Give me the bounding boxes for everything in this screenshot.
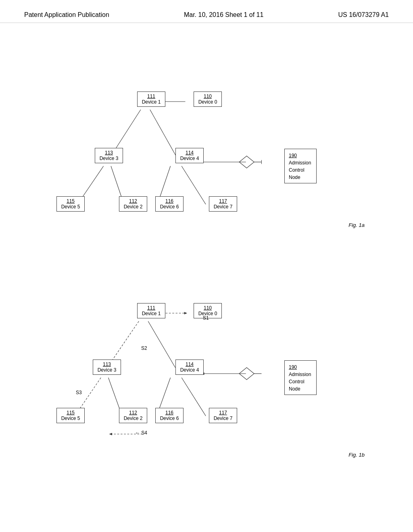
node-112-1b: 112 Device 2	[119, 408, 147, 423]
node-117-1a: 117 Device 7	[209, 196, 237, 212]
node-113-1a: 113 Device 3	[95, 148, 123, 163]
svg-line-6	[181, 166, 206, 204]
fig1a-section: 111 Device 1 110 Device 0 113 Device 3 1…	[16, 39, 397, 241]
fig1a-label: Fig. 1a	[348, 221, 365, 229]
svg-marker-21	[109, 433, 112, 435]
page-header: Patent Application Publication Mar. 10, …	[0, 0, 413, 23]
node-114-1a: 114 Device 4	[175, 148, 204, 163]
svg-marker-11	[184, 312, 187, 314]
step-s2-label: S2	[141, 345, 147, 351]
node-116-1b: 116 Device 6	[155, 408, 184, 423]
node-117-1b: 117 Device 7	[209, 408, 237, 423]
node-114-1b: 114 Device 4	[175, 360, 204, 375]
step-s1-label: S1	[203, 315, 209, 321]
svg-line-19	[181, 378, 206, 416]
page-content: 111 Device 1 110 Device 0 113 Device 3 1…	[0, 23, 413, 486]
acn-box-1b: 190 AdmissionControlNode	[284, 360, 317, 395]
node-110-1a: 110 Device 0	[194, 91, 222, 107]
svg-line-2	[150, 110, 176, 156]
fig1b-svg	[16, 253, 397, 466]
svg-line-14	[148, 321, 175, 368]
node-111-1a: 111 Device 1	[137, 91, 165, 107]
step-s4-label: ← S4	[135, 430, 147, 436]
acn-box-1a: 190 AdmissionControlNode	[284, 149, 317, 183]
node-116-1a: 116 Device 6	[155, 196, 184, 212]
fig1b-label: Fig. 1b	[348, 451, 365, 458]
fig1b-section: 111 Device 1 110 Device 0 S1 S2 113 Devi…	[16, 253, 397, 466]
node-113-1b: 113 Device 3	[93, 360, 121, 375]
header-center: Mar. 10, 2016 Sheet 1 of 11	[184, 11, 263, 19]
node-111-1b: 111 Device 1	[137, 303, 165, 318]
header-right: US 16/073279 A1	[338, 11, 389, 19]
node-115-1a: 115 Device 5	[56, 196, 85, 212]
step-s3-label: S3	[76, 390, 82, 395]
node-112-1a: 112 Device 2	[119, 196, 147, 212]
header-left: Patent Application Publication	[24, 11, 109, 19]
node-115-1b: 115 Device 5	[56, 408, 85, 423]
